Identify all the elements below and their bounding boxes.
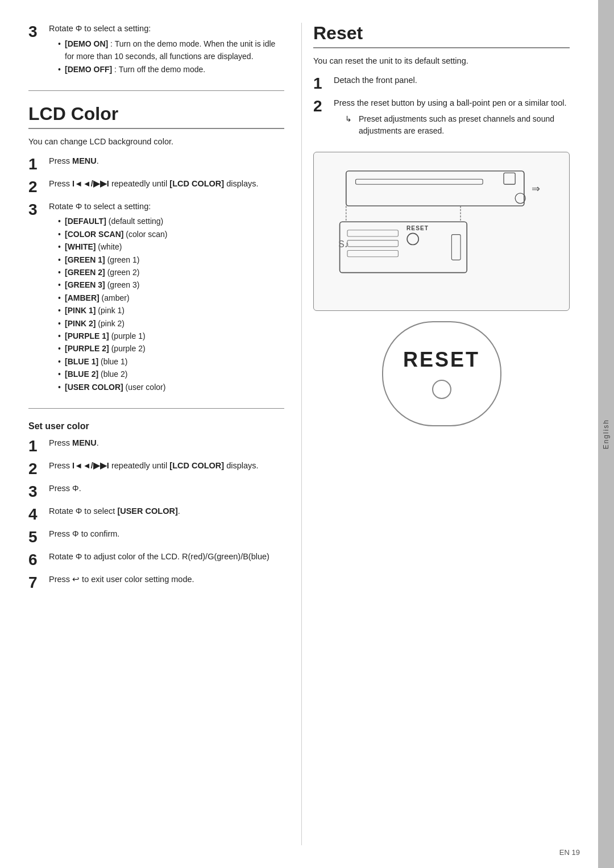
lcd-color-label-2: [LCD COLOR]	[169, 461, 224, 470]
step-3-text: Rotate Φ to select a setting:	[49, 24, 151, 33]
user-step-5-content: Press Φ to confirm.	[49, 528, 119, 541]
lcd-step-3-num: 3	[28, 201, 49, 218]
user-step-3-num: 3	[28, 483, 49, 500]
svg-rect-1	[356, 179, 483, 184]
menu-label-2: MENU	[72, 438, 97, 447]
svg-point-12	[407, 233, 418, 244]
svg-rect-0	[346, 171, 524, 206]
lcd-color-intro: You can change LCD background color.	[28, 136, 284, 148]
svg-rect-2	[504, 173, 515, 184]
user-step-3: 3 Press Φ.	[28, 483, 284, 500]
reset-step-2-num: 2	[313, 97, 334, 114]
divider-2	[28, 408, 284, 409]
step-3-block: 3 Rotate Φ to select a setting: [DEMO ON…	[28, 23, 284, 78]
bullet-amber: [AMBER] (amber)	[58, 292, 167, 304]
bullet-green1: [GREEN 1] (green 1)	[58, 254, 167, 266]
device-svg: ⇒ S♪ RESET	[323, 161, 560, 301]
user-step-1-num: 1	[28, 437, 49, 454]
user-step-7: 7 Press ↩ to exit user color setting mod…	[28, 574, 284, 591]
user-step-1-content: Press MENU.	[49, 437, 99, 450]
left-column: 3 Rotate Φ to select a setting: [DEMO ON…	[28, 23, 301, 845]
user-step-6-num: 6	[28, 551, 49, 568]
reset-arrow-text: Preset adjustments such as preset channe…	[359, 113, 570, 137]
lcd-step-2-num: 2	[28, 178, 49, 195]
bullet-green3: [GREEN 3] (green 3)	[58, 279, 167, 291]
user-step-1: 1 Press MENU.	[28, 437, 284, 454]
user-step-6-content: Rotate Φ to adjust color of the LCD. R(r…	[49, 551, 269, 563]
bullet-demo-on: [DEMO ON] : Turn on the demo mode. When …	[58, 38, 284, 63]
lcd-step-1: 1 Press MENU.	[28, 155, 284, 172]
step-3-content: Rotate Φ to select a setting: [DEMO ON] …	[49, 23, 284, 78]
svg-text:⇒: ⇒	[532, 182, 540, 194]
svg-rect-5	[340, 222, 467, 272]
user-step-7-content: Press ↩ to exit user color setting mode.	[49, 574, 194, 586]
lcd-step-3: 3 Rotate Φ to select a setting: [DEFAULT…	[28, 201, 284, 396]
svg-text:S♪: S♪	[338, 239, 349, 248]
reset-large-container: RESET	[313, 321, 570, 426]
reset-large-oval: RESET	[382, 321, 501, 426]
user-color-label: [USER COLOR]	[117, 506, 177, 516]
user-step-4: 4 Rotate Φ to select [USER COLOR].	[28, 505, 284, 522]
step-3-number: 3	[28, 23, 49, 40]
bullet-purple2: [PURPLE 2] (purple 2)	[58, 342, 167, 355]
bullet-user-color: [USER COLOR] (user color)	[58, 381, 167, 393]
lcd-color-bullets: [DEFAULT] (default setting) [COLOR SCAN]…	[58, 215, 167, 393]
user-step-3-content: Press Φ.	[49, 483, 81, 495]
arrow-icon: ↳	[345, 113, 356, 125]
user-step-2: 2 Press I◄◄/▶▶I repeatedly until [LCD CO…	[28, 460, 284, 477]
user-step-4-num: 4	[28, 505, 49, 522]
user-step-6: 6 Rotate Φ to adjust color of the LCD. R…	[28, 551, 284, 568]
reset-step-1-content: Detach the front panel.	[334, 74, 417, 87]
reset-step-1: 1 Detach the front panel.	[313, 74, 570, 92]
bullet-default: [DEFAULT] (default setting)	[58, 215, 167, 227]
lcd-color-label-1: [LCD COLOR]	[169, 179, 224, 188]
user-step-2-num: 2	[28, 460, 49, 477]
divider-1	[28, 90, 284, 91]
reset-arrow-note: ↳ Preset adjustments such as preset chan…	[345, 113, 570, 137]
bullet-blue1: [BLUE 1] (blue 1)	[58, 355, 167, 368]
lcd-step-2-content: Press I◄◄/▶▶I repeatedly until [LCD COLO…	[49, 178, 259, 190]
bullet-pink1: [PINK 1] (pink 1)	[58, 304, 167, 317]
reset-step-2: 2 Press the reset button by using a ball…	[313, 97, 570, 140]
lcd-step-2: 2 Press I◄◄/▶▶I repeatedly until [LCD CO…	[28, 178, 284, 195]
menu-label-1: MENU	[72, 156, 97, 165]
reset-step-2-content: Press the reset button by using a ball-p…	[334, 97, 570, 140]
page-footer: EN 19	[559, 848, 580, 857]
svg-rect-10	[451, 234, 460, 260]
lcd-step-3-content: Rotate Φ to select a setting: [DEFAULT] …	[49, 201, 167, 396]
user-step-4-content: Rotate Φ to select [USER COLOR].	[49, 505, 180, 518]
lcd-step-1-content: Press MENU.	[49, 155, 99, 168]
demo-off-label: [DEMO OFF]	[65, 65, 112, 74]
reset-circle-button	[432, 380, 451, 399]
bullet-demo-off: [DEMO OFF] : Turn off the demo mode.	[58, 63, 284, 76]
svg-rect-8	[347, 250, 398, 256]
skip-icon-2: I◄◄/▶▶I	[72, 461, 109, 470]
reset-title: Reset	[313, 23, 570, 48]
right-column: Reset You can reset the unit to its defa…	[301, 23, 570, 845]
bullet-color-scan: [COLOR SCAN] (color scan)	[58, 228, 167, 240]
lcd-color-title: LCD Color	[28, 103, 284, 129]
user-step-5: 5 Press Φ to confirm.	[28, 528, 284, 545]
svg-text:RESET: RESET	[406, 225, 429, 231]
side-tab: English	[598, 0, 614, 868]
reset-intro: You can reset the unit to its default se…	[313, 55, 570, 68]
bullet-white: [WHITE] (white)	[58, 240, 167, 253]
user-step-2-content: Press I◄◄/▶▶I repeatedly until [LCD COLO…	[49, 460, 259, 472]
svg-rect-6	[347, 230, 398, 236]
step-3-bullets: [DEMO ON] : Turn on the demo mode. When …	[58, 38, 284, 76]
main-content: 3 Rotate Φ to select a setting: [DEMO ON…	[0, 0, 598, 868]
device-illustration: ⇒ S♪ RESET	[313, 152, 570, 311]
svg-rect-7	[347, 240, 398, 246]
skip-icon-1: I◄◄/▶▶I	[72, 179, 109, 188]
bullet-green2: [GREEN 2] (green 2)	[58, 266, 167, 279]
lcd-step-1-num: 1	[28, 155, 49, 172]
bullet-purple1: [PURPLE 1] (purple 1)	[58, 330, 167, 342]
user-step-7-num: 7	[28, 574, 49, 591]
reset-large-text: RESET	[403, 348, 480, 372]
bullet-blue2: [BLUE 2] (blue 2)	[58, 368, 167, 380]
page-container: English 3 Rotate Φ to select a setting: …	[0, 0, 614, 868]
bullet-pink2: [PINK 2] (pink 2)	[58, 317, 167, 330]
reset-step-1-num: 1	[313, 74, 334, 92]
language-label: English	[602, 419, 610, 449]
demo-on-label: [DEMO ON]	[65, 39, 108, 48]
